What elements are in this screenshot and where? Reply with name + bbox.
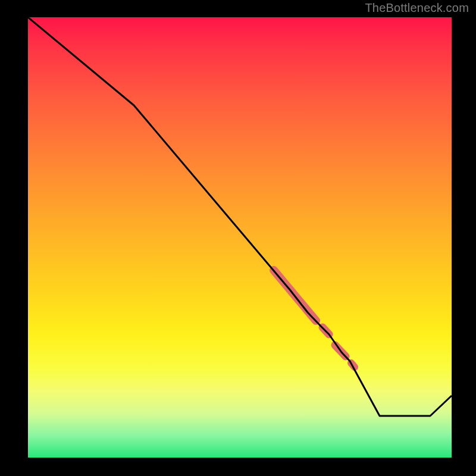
main-curve [28,17,452,416]
chart-svg [28,17,452,458]
watermark-text: TheBottleneck.com [365,1,469,15]
chart-frame: TheBottleneck.com [0,0,476,476]
